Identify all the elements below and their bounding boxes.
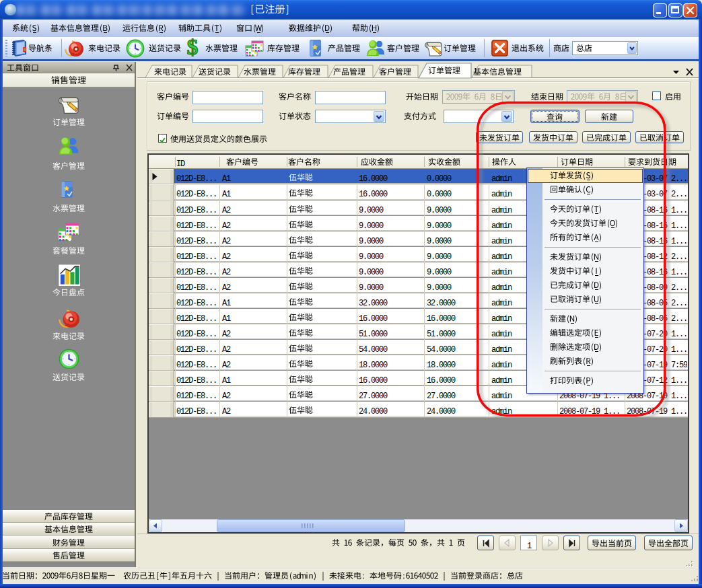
svg-text:$: $ xyxy=(187,38,199,58)
